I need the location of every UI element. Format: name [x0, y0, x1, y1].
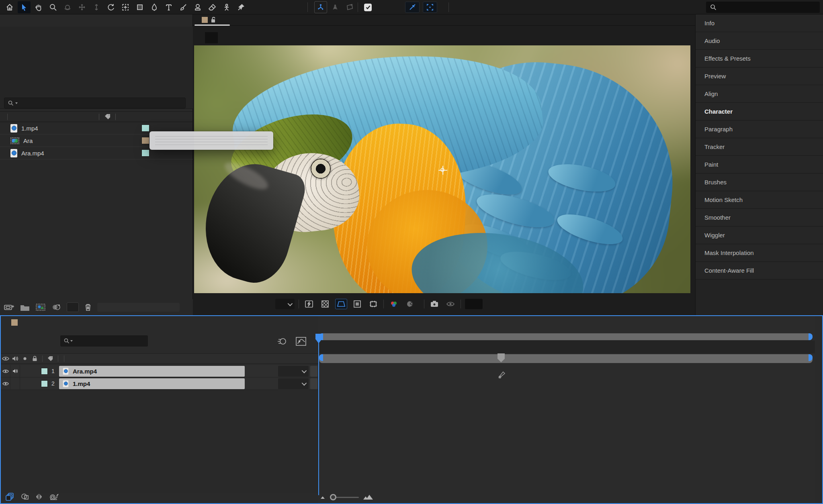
sidebar-panel-tab[interactable]: Brushes [696, 173, 823, 191]
help-search-input[interactable] [720, 4, 800, 11]
channel-settings-icon[interactable] [388, 299, 400, 309]
snap-to-features-icon[interactable] [423, 2, 437, 13]
timeline-search-field[interactable] [60, 335, 148, 347]
help-search-box[interactable] [706, 2, 820, 13]
sidebar-panel-tab[interactable]: Content-Aware Fill [696, 262, 823, 280]
brush-tool-icon[interactable] [177, 1, 190, 13]
sidebar-panel-tab[interactable]: Smoother [696, 209, 823, 226]
workspace-tab-learn[interactable] [551, 0, 592, 14]
snap-along-edges-icon[interactable] [405, 2, 420, 13]
project-search-field[interactable] [4, 98, 186, 108]
expand-arrows-icon[interactable] [35, 493, 43, 500]
tab-layer[interactable] [254, 14, 265, 26]
audio-column-speaker-icon[interactable] [10, 356, 20, 361]
graph-editor-icon[interactable] [296, 337, 306, 346]
new-composition-icon[interactable] [35, 303, 46, 311]
sidebar-panel-tab[interactable]: Wiggler [696, 226, 823, 244]
zoom-in-mountain-icon[interactable] [363, 494, 373, 500]
orbit-camera-tool-icon[interactable] [61, 1, 74, 13]
mini-flowchart-icon[interactable] [6, 493, 14, 501]
pen-tool-icon[interactable] [148, 1, 161, 13]
camera-tools-icon[interactable] [119, 1, 132, 13]
sidebar-panel-tab[interactable]: Paragraph [696, 120, 823, 138]
layer-color-chip[interactable] [41, 368, 48, 375]
puppet-pin-tool-icon[interactable] [220, 1, 233, 13]
show-snapshot-icon[interactable] [444, 299, 457, 309]
timeline-zoom-slider[interactable] [331, 497, 359, 498]
work-area-bar[interactable] [319, 354, 813, 363]
new-folder-icon[interactable] [20, 304, 30, 311]
zoom-out-mountain-icon[interactable] [320, 495, 327, 499]
world-axis-mode-icon[interactable] [329, 1, 342, 13]
home-tool-icon[interactable] [3, 1, 16, 13]
video-eye-icon[interactable] [1, 377, 10, 390]
workspace-tab-review[interactable] [502, 0, 546, 14]
layer-name-cell[interactable]: 1.mp4 [59, 378, 245, 389]
workspace-tab-default[interactable] [453, 0, 502, 14]
zoom-tool-icon[interactable] [47, 1, 59, 13]
workspace-tab-small-screen[interactable] [594, 0, 650, 14]
fast-preview-icon[interactable] [303, 299, 315, 309]
sidebar-panel-tab[interactable]: Paint [696, 156, 823, 173]
timeline-tab[interactable] [6, 319, 27, 326]
rotation-tool-icon[interactable] [104, 1, 117, 13]
timeline-layer-row[interactable]: 1 Ara.mp4 [1, 365, 318, 377]
bit-depth-button[interactable] [67, 302, 79, 312]
sidebar-panel-tab[interactable]: Preview [696, 67, 823, 85]
sidebar-panel-tab[interactable]: Effects & Presets [696, 50, 823, 67]
transparency-grid-icon[interactable] [319, 299, 331, 309]
eraser-tool-icon[interactable] [206, 1, 219, 13]
solo-cell[interactable] [10, 377, 20, 390]
preview-timecode[interactable] [465, 299, 483, 309]
parent-pickwhip-cell[interactable] [310, 366, 317, 377]
video-column-eye-icon[interactable] [1, 356, 10, 361]
mode-dropdown[interactable] [278, 366, 309, 377]
motion-blur-icon[interactable] [277, 337, 287, 346]
breadcrumb[interactable] [205, 32, 218, 43]
sidebar-panel-tab[interactable]: Info [696, 14, 823, 32]
parent-pickwhip-cell[interactable] [310, 378, 317, 389]
selection-tool-icon[interactable] [18, 1, 31, 13]
type-tool-icon[interactable] [162, 1, 175, 13]
audio-speaker-icon[interactable] [10, 365, 20, 377]
label-color-chip[interactable] [141, 149, 149, 157]
comp-marker-icon[interactable] [497, 371, 506, 379]
slow-render-snail-icon[interactable] [49, 493, 59, 500]
snapping-checkbox[interactable] [364, 4, 372, 11]
zoom-slider-knob[interactable] [330, 494, 336, 500]
trash-icon[interactable] [84, 303, 92, 311]
local-axis-mode-icon[interactable] [314, 1, 327, 13]
grid-guides-icon[interactable] [367, 299, 379, 309]
clone-stamp-tool-icon[interactable] [191, 1, 204, 13]
project-settings-icon[interactable] [51, 303, 61, 311]
timeline-layer-row[interactable]: 2 1.mp4 [1, 377, 318, 390]
sidebar-panel-tab[interactable]: Character [696, 103, 823, 120]
pan-camera-tool-icon[interactable] [76, 1, 88, 13]
sidebar-panel-tab[interactable]: Audio [696, 32, 823, 50]
sidebar-panel-tab[interactable]: Mask Interpolation [696, 244, 823, 262]
rectangle-tool-icon[interactable] [133, 1, 146, 13]
video-eye-icon[interactable] [1, 365, 10, 377]
region-of-interest-icon[interactable] [351, 299, 363, 309]
blend-toggle-icon[interactable] [21, 493, 29, 500]
view-axis-mode-icon[interactable] [343, 1, 356, 13]
interpret-footage-icon[interactable] [4, 303, 14, 311]
mask-visibility-icon[interactable] [335, 299, 347, 309]
hand-tool-icon[interactable] [32, 1, 45, 13]
solo-column-icon[interactable] [20, 357, 30, 361]
tab-footage[interactable] [304, 14, 315, 26]
label-color-chip[interactable] [141, 137, 149, 144]
label-column-icon[interactable] [45, 355, 55, 362]
tab-composition[interactable] [193, 14, 231, 26]
dolly-camera-tool-icon[interactable] [90, 1, 103, 13]
sidebar-panel-tab[interactable]: Motion Sketch [696, 191, 823, 209]
anchor-point-icon[interactable] [438, 166, 447, 175]
motion-pin-tool-icon[interactable] [235, 1, 248, 13]
sidebar-panel-tab[interactable]: Align [696, 85, 823, 103]
comp-marker-bin-icon[interactable] [497, 353, 505, 362]
lock-column-icon[interactable] [30, 356, 39, 361]
label-color-chip[interactable] [141, 124, 149, 132]
exposure-icon[interactable] [404, 299, 416, 309]
magnification-dropdown[interactable] [275, 299, 295, 309]
time-ruler[interactable] [318, 341, 815, 353]
